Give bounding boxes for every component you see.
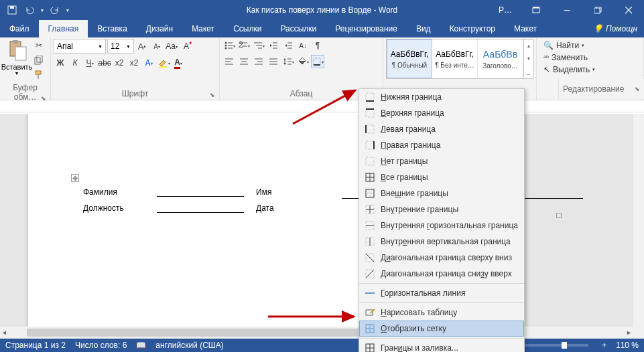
- border-menu-diagu[interactable]: Диагональная граница снизу вверх: [359, 266, 524, 282]
- increase-indent-button[interactable]: [281, 39, 295, 52]
- align-left-button[interactable]: [222, 55, 236, 68]
- status-words[interactable]: Число слов: 6: [75, 341, 127, 350]
- horizontal-scrollbar[interactable]: [0, 327, 644, 339]
- borders-button[interactable]: ▾: [311, 55, 324, 68]
- copy-button[interactable]: [32, 54, 46, 67]
- border-menu-hline[interactable]: Горизонтальная линия: [359, 285, 524, 301]
- status-language[interactable]: английский (США): [155, 341, 223, 350]
- scroll-thumb[interactable]: [27, 329, 362, 337]
- style-normal[interactable]: АаБбВвГг,¶ Обычный: [387, 39, 432, 78]
- sort-button[interactable]: A↓: [296, 39, 310, 52]
- numbering-button[interactable]: 12▾: [237, 39, 251, 52]
- zoom-in[interactable]: +: [602, 341, 606, 350]
- customize-qat[interactable]: ▼: [64, 2, 71, 18]
- text-effects-button[interactable]: A▾: [142, 56, 155, 70]
- bullets-button[interactable]: ▾: [222, 39, 236, 52]
- undo-button[interactable]: [21, 2, 38, 18]
- tab-home[interactable]: Главная: [39, 20, 88, 37]
- tab-view[interactable]: Вид: [407, 20, 440, 37]
- border-menu-none[interactable]: Нет границы: [359, 153, 524, 169]
- border-menu-outside[interactable]: Внешние границы: [359, 185, 524, 201]
- style-no-spacing[interactable]: АаБбВвГг,¶ Без инте…: [432, 39, 478, 78]
- border-menu-right[interactable]: Правая граница: [359, 137, 524, 153]
- shrink-font-button[interactable]: A▾: [150, 39, 164, 53]
- border-menu-draw[interactable]: Нарисовать таблицу: [359, 304, 524, 321]
- tab-constructor[interactable]: Конструктор: [440, 20, 505, 37]
- clipboard-dialog-launcher[interactable]: ⬊: [41, 95, 46, 102]
- save-button[interactable]: [4, 2, 20, 18]
- status-page[interactable]: Страница 1 из 2: [5, 341, 66, 350]
- zoom-level[interactable]: 110 %: [616, 341, 639, 350]
- decrease-indent-button[interactable]: [267, 39, 280, 52]
- vertical-scrollbar[interactable]: [633, 114, 644, 327]
- subscript-button[interactable]: x2: [113, 56, 126, 70]
- paste-button[interactable]: Вставить ▼: [3, 39, 31, 77]
- replace-button[interactable]: ᵃᵇЗаменить: [542, 52, 596, 63]
- border-menu-grid[interactable]: Отобразить сетку: [359, 321, 524, 337]
- align-right-button[interactable]: [252, 55, 265, 68]
- border-menu-diagd[interactable]: Диагональная граница сверху вниз: [359, 250, 524, 266]
- border-menu-bottom[interactable]: Нижняя граница: [359, 89, 524, 105]
- cell-date[interactable]: Дата: [256, 203, 294, 213]
- styles-more[interactable]: ▴▾⎯: [523, 39, 533, 78]
- tab-layout[interactable]: Макет: [182, 20, 224, 37]
- shading-button[interactable]: ▾: [296, 55, 310, 68]
- border-menu-inside[interactable]: Внутренние границы: [359, 201, 524, 217]
- underline-button[interactable]: Ч▾: [83, 56, 96, 70]
- clear-formatting-button[interactable]: A✦: [180, 39, 193, 53]
- tell-me-search[interactable]: 💡 Помощн: [586, 20, 644, 37]
- font-size-combo[interactable]: 12▼: [107, 39, 134, 54]
- font-name-combo[interactable]: Arial▼: [54, 39, 106, 54]
- superscript-button[interactable]: x2: [127, 56, 141, 70]
- undo-dropdown[interactable]: ▼: [39, 2, 46, 18]
- cell-lastname[interactable]: Фамилия: [83, 187, 157, 197]
- tab-review[interactable]: Рецензирование: [326, 20, 407, 37]
- italic-button[interactable]: К: [68, 56, 82, 70]
- cell-line-1[interactable]: [157, 185, 244, 197]
- tab-design[interactable]: Дизайн: [137, 20, 182, 37]
- ribbon-display-options[interactable]: [521, 0, 552, 20]
- document-content[interactable]: Фамилия Имя Должность Дата: [83, 181, 294, 213]
- line-spacing-button[interactable]: ▾: [281, 55, 295, 68]
- cut-button[interactable]: ✂: [32, 39, 46, 52]
- border-menu-top[interactable]: Верхняя граница: [359, 105, 524, 121]
- zoom-slider[interactable]: [521, 344, 588, 347]
- cell-position[interactable]: Должность: [83, 203, 157, 213]
- select-button[interactable]: ↖Выделить ▾: [542, 64, 596, 75]
- cell-line-2[interactable]: [157, 201, 244, 213]
- tab-insert[interactable]: Вставка: [88, 20, 137, 37]
- border-menu-iv[interactable]: Внутренняя вертикальная граница: [359, 234, 524, 250]
- font-dialog-launcher[interactable]: ⬊: [210, 92, 215, 98]
- cell-firstname[interactable]: Имя: [256, 187, 294, 197]
- multilevel-button[interactable]: ▾: [252, 39, 265, 52]
- strikethrough-button[interactable]: abc: [98, 56, 111, 70]
- border-menu-shading[interactable]: Границы и заливка...: [359, 340, 524, 352]
- border-menu-ih[interactable]: Внутренняя горизонтальная граница: [359, 217, 524, 234]
- format-painter-button[interactable]: [32, 68, 46, 82]
- change-case-button[interactable]: Aa▾: [165, 39, 178, 53]
- grow-font-button[interactable]: A▴: [135, 39, 149, 53]
- highlight-button[interactable]: ▾: [157, 56, 170, 70]
- border-menu-all[interactable]: Все границы: [359, 169, 524, 185]
- account-button[interactable]: Р…: [490, 0, 521, 20]
- align-center-button[interactable]: [237, 55, 251, 68]
- ruler[interactable]: [0, 100, 644, 112]
- font-color-button[interactable]: А▾: [172, 56, 185, 70]
- style-heading1[interactable]: АаБбВвЗаголово…: [478, 39, 523, 78]
- tab-file[interactable]: Файл: [0, 20, 39, 37]
- justify-button[interactable]: [267, 55, 280, 68]
- table-resize-handle[interactable]: [556, 213, 562, 218]
- tab-layout2[interactable]: Макет: [505, 20, 546, 37]
- close-button[interactable]: [613, 0, 644, 20]
- minimize-button[interactable]: ─: [552, 0, 582, 20]
- find-button[interactable]: 🔍Найти ▾: [542, 40, 596, 51]
- table-anchor-icon[interactable]: ✥: [71, 174, 79, 182]
- redo-button[interactable]: [47, 2, 63, 18]
- maximize-button[interactable]: [582, 0, 613, 20]
- bold-button[interactable]: Ж: [54, 56, 67, 70]
- tab-references[interactable]: Ссылки: [224, 20, 271, 37]
- show-marks-button[interactable]: ¶: [311, 39, 324, 52]
- status-spellcheck-icon[interactable]: 📖: [136, 341, 146, 350]
- border-menu-left[interactable]: Левая граница: [359, 121, 524, 137]
- tab-mailings[interactable]: Рассылки: [271, 20, 326, 37]
